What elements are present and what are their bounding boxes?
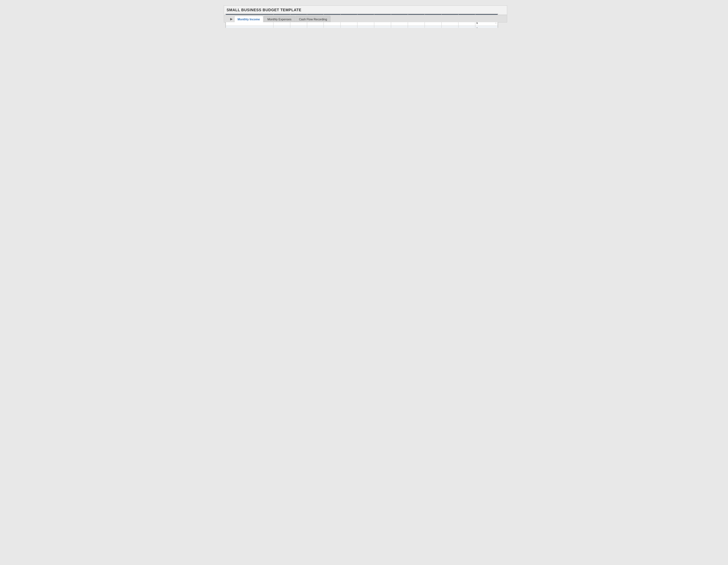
tab-monthly-expenses[interactable]: Monthly Expenses <box>264 16 295 22</box>
income-month-cell[interactable] <box>341 26 357 28</box>
income-month-cell[interactable] <box>290 26 307 28</box>
income-month-cell[interactable] <box>425 26 441 28</box>
tab-cash-flow-recording[interactable]: Cash Flow Recording <box>295 16 330 22</box>
income-month-cell[interactable] <box>408 26 425 28</box>
main-container: SMALL BUSINESS BUDGET TEMPLATE MONTHLY I… <box>224 5 507 22</box>
tab-bar: ▶ Monthly Income Monthly Expenses Cash F… <box>224 15 507 22</box>
income-month-cell[interactable] <box>273 26 290 28</box>
spreadsheet-title: SMALL BUSINESS BUDGET TEMPLATE <box>224 6 507 14</box>
income-month-cell[interactable] <box>357 26 374 28</box>
tab-monthly-income[interactable]: Monthly Income <box>234 16 264 22</box>
income-month-cell[interactable] <box>441 26 458 28</box>
income-label-cell[interactable] <box>226 26 273 28</box>
page-wrapper: SMALL BUSINESS BUDGET TEMPLATE MONTHLY I… <box>221 3 507 25</box>
income-yr-total-cell: $- <box>475 26 498 28</box>
income-month-cell[interactable] <box>458 26 475 28</box>
income-row[interactable]: $- <box>226 26 498 28</box>
income-month-cell[interactable] <box>324 26 341 28</box>
income-month-cell[interactable] <box>307 26 324 28</box>
income-month-cell[interactable] <box>391 26 408 28</box>
income-month-cell[interactable] <box>374 26 391 28</box>
tab-nav-left[interactable]: ▶ <box>229 16 234 22</box>
